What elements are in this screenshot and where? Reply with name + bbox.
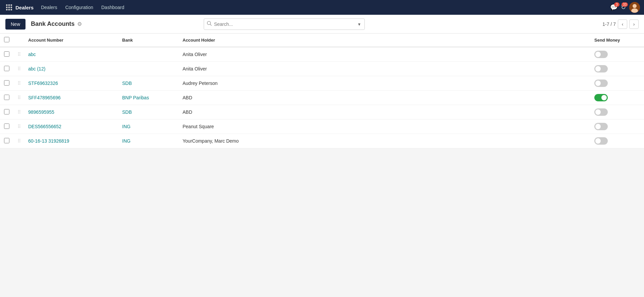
navbar-right: 💬 3 ↻ 33 (610, 2, 640, 13)
table-row: ⠿ 60-16-13 31926819 ING YourCompany, Mar… (0, 134, 644, 148)
svg-rect-0 (6, 4, 8, 6)
chat-button[interactable]: 💬 3 (610, 4, 617, 11)
row-checkbox[interactable] (4, 80, 9, 86)
row-checkbox[interactable] (4, 51, 9, 57)
table-row: ⠿ 9896595955 SDB ABD (0, 105, 644, 119)
account-number-link[interactable]: DES566556652 (28, 124, 61, 129)
settings-gear-icon[interactable]: ⚙ (77, 21, 82, 27)
row-checkbox-cell (0, 62, 13, 76)
account-number-cell: STF69632326 (24, 76, 118, 91)
account-number-link[interactable]: 60-16-13 31926819 (28, 138, 69, 144)
bank-link[interactable]: SDB (122, 109, 132, 115)
bank-link[interactable]: SDB (122, 81, 132, 86)
search-input-wrap: ▾ (204, 18, 365, 30)
send-money-toggle[interactable] (594, 80, 608, 87)
drag-handle-icon[interactable]: ⠿ (17, 95, 20, 100)
bank-cell (118, 62, 179, 76)
drag-handle-icon[interactable]: ⠿ (17, 52, 20, 57)
drag-handle-icon[interactable]: ⠿ (17, 138, 20, 144)
svg-rect-7 (8, 9, 10, 11)
account-holder-text: Audrey Peterson (183, 81, 217, 86)
row-checkbox[interactable] (4, 138, 9, 143)
navbar-brand[interactable]: Dealers (15, 5, 34, 10)
account-holder-text: ABD (183, 95, 192, 100)
send-money-toggle-wrap (594, 94, 608, 101)
row-checkbox[interactable] (4, 66, 9, 71)
account-holder-text: Peanut Square (183, 124, 214, 129)
send-money-cell (590, 105, 644, 119)
row-checkbox[interactable] (4, 95, 9, 100)
update-button[interactable]: ↻ 33 (621, 4, 626, 11)
bank-cell: SDB (118, 105, 179, 119)
svg-rect-2 (11, 4, 12, 6)
pagination-next-button[interactable]: › (629, 19, 639, 29)
send-money-toggle-wrap (594, 51, 608, 58)
page-title: Bank Accounts (31, 20, 75, 28)
select-all-checkbox[interactable] (4, 37, 9, 42)
search-dropdown-button[interactable]: ▾ (357, 21, 362, 27)
header-bank: Bank (118, 34, 179, 47)
drag-handle-icon[interactable]: ⠿ (17, 124, 20, 129)
header-send-money: Send Money (590, 34, 644, 47)
bank-cell (118, 47, 179, 62)
send-money-cell (590, 134, 644, 148)
send-money-toggle[interactable] (594, 137, 608, 145)
bank-cell: ING (118, 119, 179, 134)
table-row: ⠿ DES566556652 ING Peanut Square (0, 119, 644, 134)
table-header: Account Number Bank Account Holder Send … (0, 34, 644, 47)
send-money-toggle-wrap (594, 65, 608, 72)
drag-handle-icon[interactable]: ⠿ (17, 66, 20, 71)
header-select-all (0, 34, 13, 47)
update-badge: 33 (622, 2, 628, 7)
table-container: Account Number Bank Account Holder Send … (0, 34, 644, 148)
account-holder-text: Anita Oliver (183, 52, 207, 57)
svg-rect-6 (6, 9, 8, 11)
toggle-slider (594, 65, 608, 72)
chat-badge: 3 (614, 2, 620, 7)
bank-link[interactable]: BNP Paribas (122, 95, 149, 100)
pagination-area: 1-7 / 7 ‹ › (602, 19, 639, 29)
bank-link[interactable]: ING (122, 124, 131, 129)
header-account-number: Account Number (24, 34, 118, 47)
bank-cell: SDB (118, 76, 179, 91)
account-holder-cell: Anita Oliver (179, 47, 590, 62)
send-money-toggle[interactable] (594, 51, 608, 58)
account-number-link[interactable]: abc (12) (28, 66, 45, 71)
send-money-toggle[interactable] (594, 94, 608, 101)
search-container: ▾ (204, 18, 365, 30)
drag-handle-icon[interactable]: ⠿ (17, 109, 20, 115)
search-input[interactable] (214, 21, 357, 27)
account-number-link[interactable]: SFF478965696 (28, 95, 61, 100)
grid-menu-icon[interactable] (4, 2, 14, 12)
new-button[interactable]: New (5, 19, 26, 30)
row-checkbox[interactable] (4, 109, 9, 114)
table-row: ⠿ abc (12) Anita Oliver (0, 62, 644, 76)
drag-handle-cell: ⠿ (13, 105, 24, 119)
pagination-prev-button[interactable]: ‹ (618, 19, 627, 29)
account-number-link[interactable]: STF69632326 (28, 81, 58, 86)
row-checkbox-cell (0, 134, 13, 148)
user-avatar[interactable] (629, 2, 640, 13)
account-number-link[interactable]: abc (28, 52, 36, 57)
bank-link[interactable]: ING (122, 138, 131, 144)
toggle-slider (594, 108, 608, 116)
account-number-link[interactable]: 9896595955 (28, 109, 54, 115)
navbar-dealers[interactable]: Dealers (38, 3, 60, 12)
send-money-toggle[interactable] (594, 65, 608, 72)
account-number-cell: abc (12) (24, 62, 118, 76)
drag-handle-icon[interactable]: ⠿ (17, 81, 20, 86)
navbar-dashboard[interactable]: Dashboard (98, 3, 128, 12)
svg-rect-3 (6, 7, 8, 8)
send-money-toggle[interactable] (594, 108, 608, 116)
drag-handle-cell: ⠿ (13, 47, 24, 62)
row-checkbox[interactable] (4, 123, 9, 129)
toggle-slider (594, 80, 608, 87)
send-money-toggle[interactable] (594, 123, 608, 130)
svg-rect-1 (8, 4, 10, 6)
account-holder-text: YourCompany, Marc Demo (183, 138, 239, 144)
account-holder-cell: YourCompany, Marc Demo (179, 134, 590, 148)
drag-handle-cell: ⠿ (13, 119, 24, 134)
navbar-configuration[interactable]: Configuration (62, 3, 96, 12)
row-checkbox-cell (0, 47, 13, 62)
send-money-cell (590, 91, 644, 105)
